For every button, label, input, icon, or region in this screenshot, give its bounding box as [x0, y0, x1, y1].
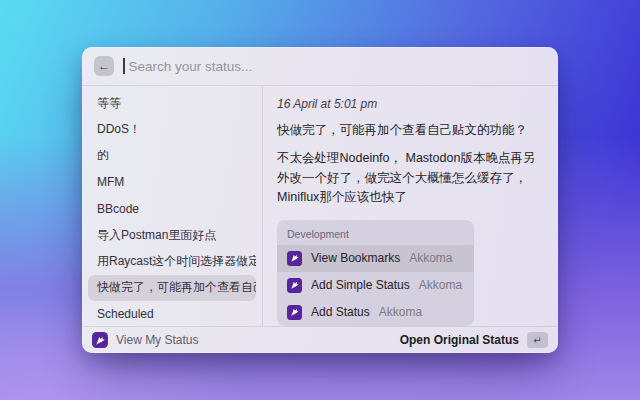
action-app-name: Akkoma [419, 278, 462, 292]
footer-left-label: View My Status [116, 333, 198, 347]
status-list-item-label: 的 [97, 147, 109, 164]
back-arrow-icon: ← [98, 59, 110, 73]
raycast-window: ← 等等 DDoS！ 的 MFM BBcode 导入Postman里面好点 用R… [82, 47, 558, 353]
status-list: 等等 DDoS！ 的 MFM BBcode 导入Postman里面好点 用Ray… [82, 86, 263, 326]
search-bar: ← [82, 47, 558, 86]
status-list-item-label: BBcode [97, 202, 139, 216]
footer-command-info: View My Status [92, 332, 198, 348]
desktop-background: ← 等等 DDoS！ 的 MFM BBcode 导入Postman里面好点 用R… [0, 0, 640, 400]
action-app-name: Akkoma [409, 251, 452, 265]
footer-right-label: Open Original Status [400, 333, 519, 347]
status-list-item[interactable]: Scheduled [88, 301, 256, 327]
status-list-item[interactable]: 导入Postman里面好点 [88, 222, 256, 248]
action-label: Add Simple Status [311, 278, 410, 292]
status-list-item[interactable]: DDoS！ [88, 116, 256, 142]
status-timestamp: 16 April at 5:01 pm [277, 97, 544, 111]
action-item-add-simple-status[interactable]: Add Simple Status Akkoma [277, 272, 474, 299]
status-text-paragraph: 快做完了，可能再加个查看自己贴文的功能？ [277, 121, 544, 140]
main-content: 等等 DDoS！ 的 MFM BBcode 导入Postman里面好点 用Ray… [82, 86, 558, 326]
action-app-name: Akkoma [379, 305, 422, 319]
actions-panel: Development View Bookmarks Akkoma Add Si… [277, 220, 474, 326]
status-list-item-label: 用Raycast这个时间选择器做定时很方… [97, 253, 256, 270]
status-list-item-label: 导入Postman里面好点 [97, 227, 216, 244]
status-list-item[interactable]: BBcode [88, 196, 256, 222]
actions-section-label: Development [277, 220, 474, 245]
status-list-item[interactable]: MFM [88, 169, 256, 195]
status-list-item-label: DDoS！ [97, 121, 141, 138]
akkoma-icon [287, 251, 302, 266]
action-item-add-status[interactable]: Add Status Akkoma [277, 299, 474, 326]
akkoma-icon [92, 332, 108, 348]
action-label: View Bookmarks [311, 251, 400, 265]
status-list-item-label: Scheduled [97, 307, 154, 321]
status-bar: View My Status Open Original Status ↵ [82, 326, 558, 353]
status-text-paragraph: 不太会处理Nodeinfo， Mastodon版本晚点再另外改一个好了，做完这个… [277, 149, 544, 207]
status-list-item-label: 等等 [97, 95, 121, 112]
status-list-item[interactable]: 用Raycast这个时间选择器做定时很方… [88, 248, 256, 274]
text-cursor [123, 58, 125, 74]
status-list-item-label: MFM [97, 175, 124, 189]
status-list-item[interactable]: 等等 [88, 90, 256, 116]
akkoma-icon [287, 278, 302, 293]
action-label: Add Status [311, 305, 370, 319]
status-detail: 16 April at 5:01 pm 快做完了，可能再加个查看自己贴文的功能？… [263, 86, 558, 326]
action-item-view-bookmarks[interactable]: View Bookmarks Akkoma [277, 245, 474, 272]
akkoma-icon [287, 305, 302, 320]
return-key-icon: ↵ [527, 332, 548, 348]
status-list-item-label: 快做完了，可能再加个查看自己贴文的… [97, 279, 256, 296]
status-list-item[interactable]: 的 [88, 143, 256, 169]
back-button[interactable]: ← [94, 56, 114, 76]
open-original-status-action[interactable]: Open Original Status ↵ [400, 332, 548, 348]
search-input[interactable] [127, 58, 547, 75]
status-list-item-selected[interactable]: 快做完了，可能再加个查看自己贴文的… [88, 275, 256, 301]
